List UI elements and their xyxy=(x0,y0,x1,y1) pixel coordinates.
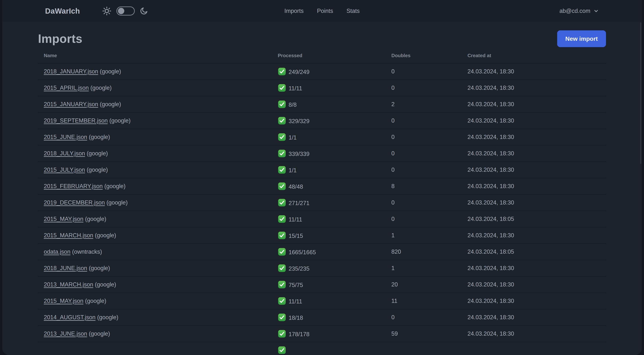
created-at-cell: 24.03.2024, 18:30 xyxy=(462,326,606,342)
created-at-cell: 24.03.2024, 18:30 xyxy=(462,162,606,178)
doubles-cell: 0 xyxy=(386,211,462,227)
processed-cell: 11/11 xyxy=(272,211,386,227)
import-file-link[interactable]: 2015_MAY.json xyxy=(44,216,84,222)
processed-count: 48/48 xyxy=(289,183,303,190)
processed-cell: 178/178 xyxy=(272,326,386,342)
doubles-cell: 0 xyxy=(386,129,462,145)
table-row: 2014_AUGUST.json(google) 18/18 0 24.03.2… xyxy=(38,309,606,326)
import-file-link[interactable]: 2014_AUGUST.json xyxy=(44,314,96,321)
column-header-created-at: Created at xyxy=(462,48,606,63)
import-file-link[interactable]: 2019_SEPTEMBER.json xyxy=(44,117,108,124)
created-at-cell: 24.03.2024, 18:05 xyxy=(462,244,606,260)
doubles-cell: 59 xyxy=(386,326,462,342)
nav-link-imports[interactable]: Imports xyxy=(284,8,304,14)
import-file-link[interactable]: 2018_JULY.json xyxy=(44,150,85,157)
import-file-link[interactable]: 2015_JANUARY.json xyxy=(44,101,98,107)
processed-count: 75/75 xyxy=(289,282,303,288)
doubles-cell: 820 xyxy=(386,244,462,260)
doubles-cell: 0 xyxy=(386,145,462,162)
new-import-button[interactable]: New import xyxy=(557,30,606,47)
sun-icon xyxy=(102,6,112,16)
created-at-cell: 24.03.2024, 18:30 xyxy=(462,178,606,194)
success-check-icon xyxy=(278,264,286,272)
processed-count: 1/1 xyxy=(289,167,297,174)
column-header-name: Name xyxy=(38,48,272,63)
import-name-cell: 2015_FEBRUARY.json(google) xyxy=(38,178,272,194)
table-row: 2018_JANUARY.json(google) 249/249 0 24.0… xyxy=(38,63,606,80)
import-name-cell: odata.json(owntracks) xyxy=(38,244,272,260)
import-file-link[interactable]: 2018_JANUARY.json xyxy=(44,68,98,75)
success-check-icon xyxy=(278,281,286,289)
import-name-cell: 2015_JANUARY.json(google) xyxy=(38,96,272,112)
created-at-cell: 24.03.2024, 18:30 xyxy=(462,129,606,145)
processed-count: 249/249 xyxy=(289,69,310,75)
import-file-link[interactable]: 2018_JUNE.json xyxy=(44,265,87,271)
processed-count: 11/11 xyxy=(289,216,302,223)
import-file-link[interactable]: odata.json xyxy=(44,249,70,255)
created-at-cell: 24.03.2024, 18:30 xyxy=(462,194,606,211)
page-header: Imports New import xyxy=(38,30,606,47)
processed-cell: 18/18 xyxy=(272,309,386,326)
import-source-label: (google) xyxy=(85,298,106,304)
table-row: 2015_JUNE.json(google) 1/1 0 24.03.2024,… xyxy=(38,129,606,145)
success-check-icon xyxy=(278,346,286,354)
processed-count: 1665/1665 xyxy=(289,249,316,256)
import-file-link[interactable]: 2015_APRIL.json xyxy=(44,84,89,91)
page-title: Imports xyxy=(38,32,82,46)
processed-cell: 235/235 xyxy=(272,260,386,276)
doubles-cell: 0 xyxy=(386,309,462,326)
doubles-cell: 0 xyxy=(386,63,462,80)
chevron-down-icon xyxy=(593,8,599,14)
import-name-cell: 2018_JULY.json(google) xyxy=(38,145,272,162)
nav-link-stats[interactable]: Stats xyxy=(346,8,360,14)
processed-cell: 11/11 xyxy=(272,293,386,309)
main-nav: Imports Points Stats xyxy=(284,0,360,22)
import-name-cell: 2019_SEPTEMBER.json(google) xyxy=(38,112,272,129)
created-at-cell: 24.03.2024, 18:30 xyxy=(462,80,606,96)
import-source-label: (google) xyxy=(100,101,121,107)
nav-link-points[interactable]: Points xyxy=(317,8,333,14)
import-file-link[interactable]: 2015_JULY.json xyxy=(44,167,85,173)
import-name-cell: 2015_JUNE.json(google) xyxy=(38,129,272,145)
created-at-cell: 24.03.2024, 18:30 xyxy=(462,145,606,162)
import-name-cell: 2015_JULY.json(google) xyxy=(38,162,272,178)
created-at-cell: 24.03.2024, 18:30 xyxy=(462,293,606,309)
created-at-cell: 24.03.2024, 18:30 xyxy=(462,227,606,244)
imports-table-body: 2018_JANUARY.json(google) 249/249 0 24.0… xyxy=(38,63,606,355)
import-file-link[interactable]: 2015_JUNE.json xyxy=(44,134,87,140)
import-source-label: (google) xyxy=(89,331,110,337)
processed-cell: 249/249 xyxy=(272,63,386,80)
processed-count: 329/329 xyxy=(289,118,310,124)
doubles-cell: 11 xyxy=(386,293,462,309)
theme-toggle-switch[interactable] xyxy=(116,6,135,15)
success-check-icon xyxy=(278,199,286,207)
table-row: 2015_MARCH.json(google) 15/15 1 24.03.20… xyxy=(38,227,606,244)
import-file-link[interactable]: 2015_MAY.json xyxy=(44,298,84,304)
import-source-label: (google) xyxy=(97,314,118,321)
success-check-icon xyxy=(278,248,286,256)
imports-table: Name Processed Doubles Created at 2018_J… xyxy=(38,48,606,355)
user-menu[interactable]: ab@cd.com xyxy=(560,8,599,14)
import-file-link[interactable]: 2013_MARCH.json xyxy=(44,281,93,288)
doubles-cell: 1 xyxy=(386,260,462,276)
scrollbar-thumb[interactable] xyxy=(640,22,642,164)
table-row: 2018_JULY.json(google) 339/339 0 24.03.2… xyxy=(38,145,606,162)
import-source-label: (google) xyxy=(95,232,116,239)
import-file-link[interactable]: 2013_JUNE.json xyxy=(44,331,87,337)
table-row: odata.json(owntracks) 1665/1665 820 24.0… xyxy=(38,244,606,260)
import-name-cell: 2018_JANUARY.json(google) xyxy=(38,63,272,80)
created-at-cell: 24.03.2024, 18:30 xyxy=(462,112,606,129)
processed-count: 11/11 xyxy=(289,85,302,92)
import-file-link[interactable]: 2019_DECEMBER.json xyxy=(44,199,105,206)
created-at-cell: 24.03.2024, 18:05 xyxy=(462,211,606,227)
import-name-cell: 2018_JUNE.json(google) xyxy=(38,260,272,276)
import-file-link[interactable]: 2015_FEBRUARY.json xyxy=(44,183,103,189)
processed-count: 15/15 xyxy=(289,233,303,239)
app-logo[interactable]: DaWarIch xyxy=(45,7,80,15)
table-row: 2015_JULY.json(google) 1/1 0 24.03.2024,… xyxy=(38,162,606,178)
table-row: 2015_JANUARY.json(google) 8/8 2 24.03.20… xyxy=(38,96,606,112)
processed-count: 178/178 xyxy=(289,331,310,338)
import-name-cell: 2015_MAY.json(google) xyxy=(38,211,272,227)
import-file-link[interactable]: 2015_MARCH.json xyxy=(44,232,93,239)
import-name-cell: 2015_MAY.json(google) xyxy=(38,293,272,309)
